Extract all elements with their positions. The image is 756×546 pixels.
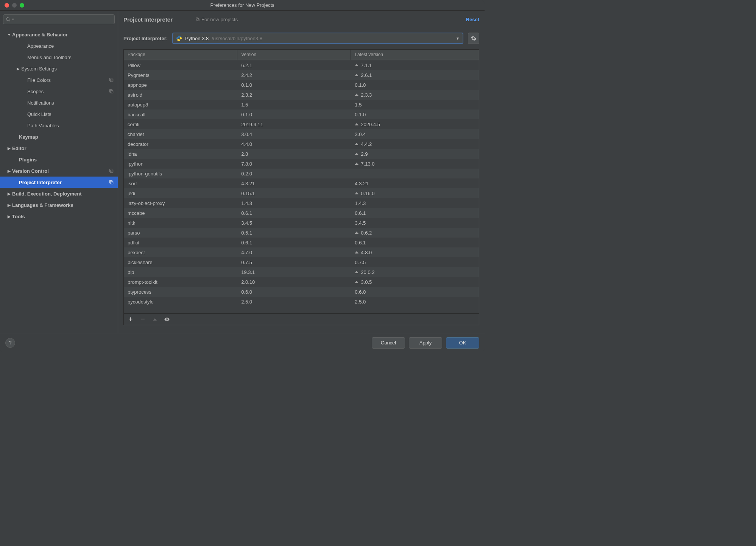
sidebar-item-keymap[interactable]: Keymap xyxy=(0,131,118,142)
sidebar-item-label: Languages & Frameworks xyxy=(12,202,114,208)
cell-package: pickleshare xyxy=(124,260,237,265)
sidebar-item-appearance[interactable]: Appearance xyxy=(0,40,118,52)
project-scope-icon xyxy=(109,180,114,185)
sidebar-item-appearance-behavior[interactable]: ▼Appearance & Behavior xyxy=(0,29,118,40)
sidebar-item-plugins[interactable]: Plugins xyxy=(0,154,118,165)
table-row[interactable]: mccabe0.6.10.6.1 xyxy=(124,208,479,218)
sidebar-item-languages-frameworks[interactable]: ▶Languages & Frameworks xyxy=(0,199,118,211)
table-row[interactable]: Pygments2.4.22.6.1 xyxy=(124,70,479,80)
sidebar-item-build-execution-deployment[interactable]: ▶Build, Execution, Deployment xyxy=(0,188,118,199)
column-header-package[interactable]: Package xyxy=(124,50,237,60)
table-row[interactable]: pdfkit0.6.10.6.1 xyxy=(124,238,479,247)
cell-package: ptyprocess xyxy=(124,289,237,295)
cell-latest: 2.9 xyxy=(351,151,479,157)
table-row[interactable]: pip19.3.120.0.2 xyxy=(124,267,479,277)
cell-package: Pygments xyxy=(124,72,237,78)
sidebar-item-path-variables[interactable]: Path Variables xyxy=(0,120,118,131)
table-row[interactable]: chardet3.0.43.0.4 xyxy=(124,129,479,139)
interpreter-dropdown[interactable]: Python 3.8 /usr/local/bin/python3.8 ▼ xyxy=(172,33,463,44)
table-row[interactable]: prompt-toolkit2.0.103.0.5 xyxy=(124,277,479,287)
sidebar-item-label: System Settings xyxy=(21,66,114,72)
cell-latest: 4.8.0 xyxy=(351,250,479,255)
cell-package: mccabe xyxy=(124,210,237,216)
svg-rect-8 xyxy=(111,181,113,184)
cell-package: prompt-toolkit xyxy=(124,279,237,285)
sidebar-item-editor[interactable]: ▶Editor xyxy=(0,142,118,154)
reset-link[interactable]: Reset xyxy=(466,17,479,22)
minimize-window-icon[interactable] xyxy=(12,3,17,8)
chevron-right-icon: ▶ xyxy=(15,67,21,71)
cell-package: certifi xyxy=(124,122,237,127)
cell-package: decorator xyxy=(124,141,237,147)
cell-version: 0.6.0 xyxy=(237,289,351,295)
sidebar-item-project-interpreter[interactable]: Project Interpreter xyxy=(0,177,118,188)
table-row[interactable]: decorator4.4.04.4.2 xyxy=(124,139,479,149)
sidebar-item-label: Project Interpreter xyxy=(19,180,109,185)
sidebar-item-quick-lists[interactable]: Quick Lists xyxy=(0,108,118,120)
table-row[interactable]: certifi2019.9.112020.4.5 xyxy=(124,119,479,129)
apply-button[interactable]: Apply xyxy=(409,337,442,349)
svg-point-0 xyxy=(6,17,9,20)
sidebar-item-version-control[interactable]: ▶Version Control xyxy=(0,165,118,177)
table-row[interactable]: ipython7.8.07.13.0 xyxy=(124,159,479,169)
sidebar-item-label: File Colors xyxy=(27,77,109,83)
cancel-button[interactable]: Cancel xyxy=(372,337,405,349)
table-row[interactable]: Pillow6.2.17.1.1 xyxy=(124,60,479,70)
table-row[interactable]: jedi0.15.10.16.0 xyxy=(124,188,479,198)
cell-package: pycodestyle xyxy=(124,299,237,305)
cell-latest: 2020.4.5 xyxy=(351,122,479,127)
table-row[interactable]: appnope0.1.00.1.0 xyxy=(124,80,479,90)
table-row[interactable]: astroid2.3.22.3.3 xyxy=(124,90,479,100)
cell-latest: 0.1.0 xyxy=(351,82,479,88)
sidebar-item-menus-and-toolbars[interactable]: Menus and Toolbars xyxy=(0,52,118,63)
column-header-latest[interactable]: Latest version xyxy=(351,50,479,60)
help-button[interactable]: ? xyxy=(5,338,15,348)
table-row[interactable]: nltk3.4.53.4.5 xyxy=(124,218,479,228)
remove-package-button[interactable]: − xyxy=(140,316,146,322)
interpreter-label: Project Interpreter: xyxy=(123,36,168,41)
close-window-icon[interactable] xyxy=(5,3,9,8)
eye-icon xyxy=(164,316,170,323)
table-row[interactable]: parso0.5.10.6.2 xyxy=(124,228,479,238)
table-row[interactable]: lazy-object-proxy1.4.31.4.3 xyxy=(124,198,479,208)
table-row[interactable]: ptyprocess0.6.00.6.0 xyxy=(124,287,479,297)
sidebar-item-tools[interactable]: ▶Tools xyxy=(0,211,118,222)
cell-version: 2.4.2 xyxy=(237,72,351,78)
upgrade-package-button[interactable] xyxy=(152,316,158,322)
python-icon xyxy=(176,35,182,41)
cell-latest: 0.1.0 xyxy=(351,112,479,117)
cell-package: jedi xyxy=(124,191,237,196)
cell-package: appnope xyxy=(124,82,237,88)
cell-latest: 7.13.0 xyxy=(351,161,479,167)
zoom-window-icon[interactable] xyxy=(20,3,24,8)
interpreter-settings-button[interactable] xyxy=(468,33,479,44)
cell-latest: 4.4.2 xyxy=(351,141,479,147)
sidebar-item-notifications[interactable]: Notifications xyxy=(0,97,118,108)
ok-button[interactable]: OK xyxy=(446,337,479,349)
cell-package: pdfkit xyxy=(124,240,237,246)
column-header-version[interactable]: Version xyxy=(237,50,351,60)
sidebar-item-label: Appearance & Behavior xyxy=(12,32,114,38)
table-row[interactable]: pickleshare0.7.50.7.5 xyxy=(124,257,479,267)
settings-search-input[interactable]: ▾ xyxy=(3,14,115,24)
svg-rect-10 xyxy=(197,19,199,21)
sidebar-item-scopes[interactable]: Scopes xyxy=(0,86,118,97)
cell-version: 0.5.1 xyxy=(237,230,351,236)
add-package-button[interactable]: + xyxy=(128,316,134,322)
cell-latest: 2.5.0 xyxy=(351,299,479,305)
table-row[interactable]: pycodestyle2.5.02.5.0 xyxy=(124,297,479,307)
cell-latest: 0.6.1 xyxy=(351,210,479,216)
table-row[interactable]: ipython-genutils0.2.0 xyxy=(124,169,479,178)
table-row[interactable]: backcall0.1.00.1.0 xyxy=(124,110,479,119)
sidebar-item-file-colors[interactable]: File Colors xyxy=(0,74,118,86)
table-row[interactable]: autopep81.51.5 xyxy=(124,100,479,110)
chevron-right-icon: ▶ xyxy=(6,203,12,207)
show-early-releases-button[interactable] xyxy=(164,316,170,322)
table-row[interactable]: idna2.82.9 xyxy=(124,149,479,159)
table-row[interactable]: isort4.3.214.3.21 xyxy=(124,178,479,188)
packages-table: Package Version Latest version Pillow6.2… xyxy=(123,49,479,325)
sidebar-item-system-settings[interactable]: ▶System Settings xyxy=(0,63,118,74)
cell-latest: 1.5 xyxy=(351,102,479,108)
cell-latest: 0.6.2 xyxy=(351,230,479,236)
table-row[interactable]: pexpect4.7.04.8.0 xyxy=(124,247,479,257)
